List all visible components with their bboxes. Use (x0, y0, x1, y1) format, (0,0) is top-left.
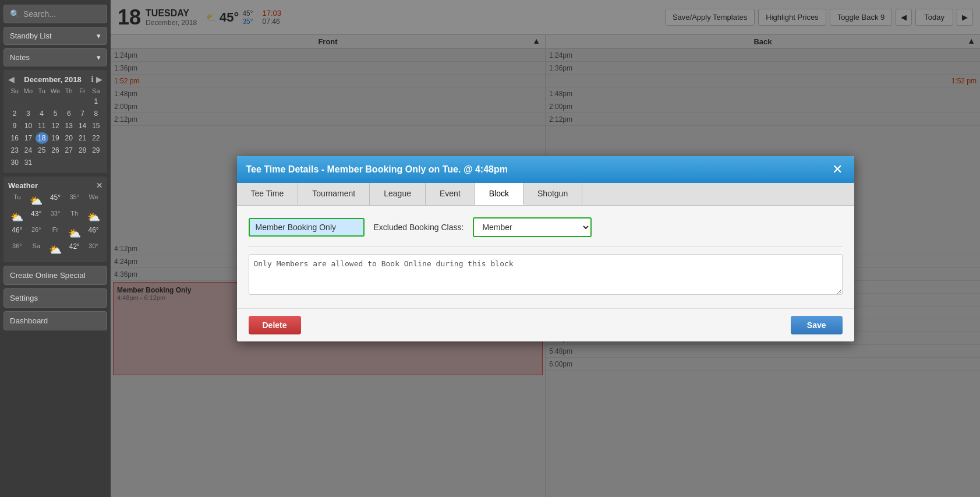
calendar-day[interactable]: 7 (76, 108, 89, 119)
block-name-input[interactable] (249, 218, 365, 237)
calendar-day[interactable]: 3 (22, 108, 34, 119)
calendar-day[interactable]: 25 (36, 144, 48, 156)
calendar-day[interactable]: 5 (49, 108, 62, 119)
modal-dialog: Tee Time Details - Member Booking Only o… (237, 156, 854, 341)
weather-day-label: Tu (8, 193, 26, 209)
calendar-info-button[interactable]: ℹ (91, 75, 94, 84)
modal-tab-event[interactable]: Event (426, 183, 475, 205)
weather-day-icon: ⛅ (84, 211, 102, 224)
weather-day-icon: ⛅ (8, 211, 26, 224)
modal-divider (249, 246, 843, 247)
calendar-day[interactable]: 20 (62, 132, 75, 144)
calendar-day[interactable]: 6 (62, 108, 75, 119)
block-form: Excluded Booking Class: MemberPublicGues… (249, 217, 843, 237)
calendar-day[interactable]: 26 (49, 144, 62, 156)
calendar-day[interactable]: 30 (8, 157, 21, 168)
calendar-prev-button[interactable]: ◀ (8, 75, 15, 84)
calendar-day[interactable]: 18 (36, 132, 48, 144)
calendar-day[interactable]: 27 (62, 144, 75, 156)
weather-day-low: 33° (47, 210, 65, 225)
calendar-day[interactable]: 29 (90, 144, 102, 156)
weather-day-high: 42° (65, 242, 83, 258)
modal-tab-shotgun[interactable]: Shotgun (523, 183, 582, 205)
calendar-day-header: Mo (22, 86, 34, 96)
save-button[interactable]: Save (791, 316, 843, 334)
description-textarea[interactable]: Only Members are allowed to Book Online … (249, 254, 843, 295)
delete-button[interactable]: Delete (249, 316, 301, 334)
weather-day-high: 45° (47, 193, 65, 209)
search-placeholder: Search... (23, 9, 56, 19)
chevron-down-icon: ▾ (97, 31, 101, 40)
calendar-day-header: Fr (76, 86, 89, 96)
calendar-day[interactable]: 22 (90, 132, 102, 144)
weather-close-icon[interactable]: ✕ (96, 181, 102, 190)
calendar-day (76, 96, 89, 107)
calendar-day[interactable]: 19 (49, 132, 62, 144)
weather-days: Tu⛅45°35°We⛅43°33°Th⛅46°26°Fr⛅46°36°Sa⛅4… (8, 193, 102, 258)
calendar-day (62, 96, 75, 107)
calendar-day[interactable]: 23 (8, 144, 21, 156)
calendar-day[interactable]: 2 (8, 108, 21, 119)
calendar-day (22, 96, 34, 107)
calendar-next-button[interactable]: ▶ (96, 75, 102, 84)
calendar-day[interactable]: 4 (36, 108, 48, 119)
calendar-day[interactable]: 1 (90, 96, 102, 107)
sidebar: 🔍 Search... Standby List ▾ Notes ▾ ◀ Dec… (0, 0, 111, 497)
weather-day-label: Th (65, 210, 83, 225)
calendar-day-header: Tu (36, 86, 48, 96)
calendar-day (8, 96, 21, 107)
excluded-select-wrapper: MemberPublicGuestJuniorSenior (473, 217, 592, 237)
calendar-day[interactable]: 24 (22, 144, 34, 156)
calendar-day[interactable]: 11 (36, 120, 48, 132)
calendar-day[interactable]: 10 (22, 120, 34, 132)
calendar-day[interactable]: 15 (90, 120, 102, 132)
notes-button[interactable]: Notes ▾ (3, 48, 107, 66)
weather-day-high: 43° (27, 210, 45, 225)
weather-section: Weather ✕ Tu⛅45°35°We⛅43°33°Th⛅46°26°Fr⛅… (3, 177, 107, 262)
calendar-day[interactable]: 17 (22, 132, 34, 144)
calendar-day[interactable]: 16 (8, 132, 21, 144)
modal-overlay[interactable]: Tee Time Details - Member Booking Only o… (111, 0, 980, 497)
excluded-label: Excluded Booking Class: (374, 223, 464, 232)
calendar-day[interactable]: 14 (76, 120, 89, 132)
weather-day-label: Fr (47, 226, 65, 241)
search-input[interactable]: 🔍 Search... (3, 5, 107, 23)
weather-day-low: 30° (84, 242, 102, 258)
calendar: ◀ December, 2018 ℹ ▶ SuMoTuWeThFrSa 1234… (3, 70, 107, 173)
modal-tab-tournament[interactable]: Tournament (298, 183, 370, 205)
calendar-day[interactable]: 21 (76, 132, 89, 144)
calendar-day[interactable]: 28 (76, 144, 89, 156)
modal-tab-block[interactable]: Block (475, 183, 523, 205)
weather-day-label: Sa (27, 242, 45, 258)
notes-label: Notes (10, 53, 30, 62)
modal-tab-league[interactable]: League (370, 183, 426, 205)
modal-close-button[interactable]: ✕ (830, 163, 845, 176)
search-icon: 🔍 (10, 9, 20, 19)
calendar-day[interactable]: 12 (49, 120, 62, 132)
weather-day-low: 35° (65, 193, 83, 209)
modal-tabs: Tee TimeTournamentLeagueEventBlockShotgu… (237, 183, 854, 206)
weather-day-low: 26° (27, 226, 45, 241)
calendar-day (49, 96, 62, 107)
weather-day-high: 46° (84, 226, 102, 241)
calendar-days[interactable]: 1234567891011121314151617181920212223242… (8, 96, 102, 168)
settings-button[interactable]: Settings (3, 288, 107, 308)
modal-tab-tee time[interactable]: Tee Time (237, 183, 299, 205)
chevron-down-icon: ▾ (97, 53, 101, 62)
weather-day-high: 46° (8, 226, 26, 241)
modal-title: Tee Time Details - Member Booking Only o… (246, 164, 508, 175)
calendar-month-year: December, 2018 (24, 75, 81, 84)
dashboard-button[interactable]: Dashboard (3, 311, 107, 330)
create-online-special-button[interactable]: Create Online Special (3, 266, 107, 285)
calendar-day-header: Th (62, 86, 75, 96)
calendar-day[interactable]: 9 (8, 120, 21, 132)
calendar-day-header: Su (8, 86, 21, 96)
calendar-day-header: Sa (90, 86, 102, 96)
calendar-day[interactable]: 31 (22, 157, 34, 168)
weather-day-icon: ⛅ (47, 244, 65, 256)
calendar-day[interactable]: 13 (62, 120, 75, 132)
standby-list-button[interactable]: Standby List ▾ (3, 27, 107, 45)
calendar-day[interactable]: 8 (90, 108, 102, 119)
excluded-booking-class-select[interactable]: MemberPublicGuestJuniorSenior (474, 218, 590, 236)
weather-day-icon: ⛅ (65, 227, 83, 240)
